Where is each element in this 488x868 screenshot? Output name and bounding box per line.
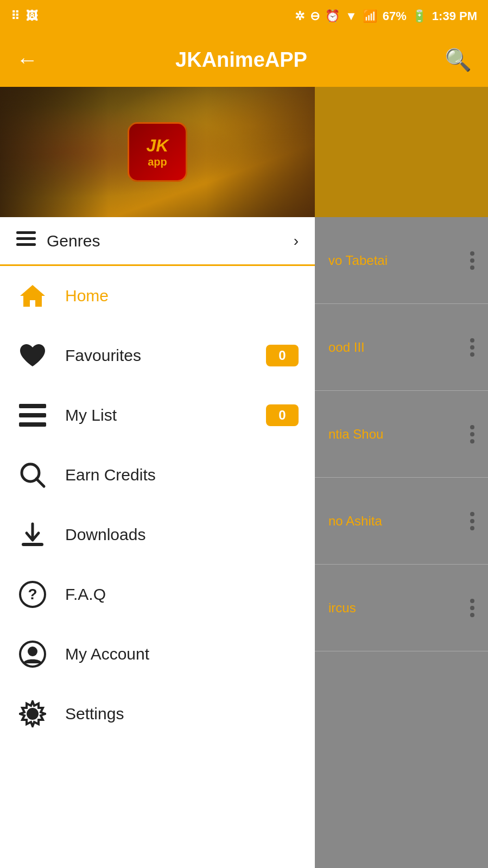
battery-percent: 67% [383, 9, 407, 23]
menu-items: Home Favourites 0 [0, 266, 315, 868]
more-options-button-5[interactable] [470, 599, 474, 617]
search-button[interactable]: 🔍 [445, 47, 472, 73]
svg-line-7 [36, 479, 44, 486]
favourites-label: Favourites [65, 346, 266, 365]
svg-rect-1 [16, 237, 36, 240]
minus-circle-icon: ⊖ [310, 9, 320, 23]
svg-text:?: ? [28, 586, 37, 603]
back-button[interactable]: ← [16, 48, 38, 72]
right-panel: vo Tabetai ood III ntia Shou [315, 87, 488, 868]
wifi-icon: ▼ [345, 9, 357, 23]
right-item-title-5: ircus [328, 600, 356, 616]
settings-gear-icon [16, 698, 49, 730]
svg-point-12 [28, 647, 37, 656]
question-icon: ? [16, 578, 49, 611]
time-display: 1:39 PM [432, 9, 477, 23]
figure-right [206, 87, 315, 217]
more-options-button-4[interactable] [470, 512, 474, 530]
sidebar-item-mylist[interactable]: My List 0 [0, 385, 315, 445]
search-icon [16, 459, 49, 491]
svg-rect-5 [19, 422, 46, 427]
favourites-badge: 0 [266, 345, 299, 366]
genres-label: Genres [47, 232, 294, 250]
main-layout: JK app Genres › [0, 87, 488, 868]
faq-label: F.A.Q [65, 585, 299, 604]
svg-rect-8 [22, 543, 43, 546]
battery-icon: 🔋 [412, 9, 427, 23]
right-list-item: ntia Shou [315, 391, 488, 478]
status-bar: ⠿ 🖼 ✲ ⊖ ⏰ ▼ 📶 67% 🔋 1:39 PM [0, 0, 488, 33]
alarm-icon: ⏰ [325, 9, 340, 23]
right-list-item: no Ashita [315, 478, 488, 565]
right-content-items: vo Tabetai ood III ntia Shou [315, 217, 488, 651]
right-item-title-1: vo Tabetai [328, 253, 388, 268]
status-bar-left: ⠿ 🖼 [11, 9, 38, 23]
sidebar-item-settings[interactable]: Settings [0, 684, 315, 744]
figure-left [0, 87, 109, 217]
genres-row[interactable]: Genres › [0, 217, 315, 266]
right-list-item: ood III [315, 304, 488, 391]
sidebar-item-earn-credits[interactable]: Earn Credits [0, 445, 315, 505]
svg-rect-4 [19, 413, 46, 417]
sidebar-item-faq[interactable]: ? F.A.Q [0, 565, 315, 624]
genres-icon [16, 231, 36, 250]
home-icon [16, 280, 49, 312]
downloads-label: Downloads [65, 525, 299, 544]
account-icon [16, 638, 49, 670]
bluetooth-icon: ✲ [295, 9, 305, 23]
genres-arrow: › [294, 232, 299, 250]
app-bar: ← JKAnimeAPP 🔍 [0, 33, 488, 87]
right-panel-top [315, 87, 488, 217]
app-title: JKAnimeAPP [175, 48, 307, 72]
svg-rect-3 [19, 404, 46, 408]
svg-rect-2 [16, 243, 36, 246]
image-icon: 🖼 [26, 9, 38, 23]
home-label: Home [65, 287, 299, 305]
download-icon [16, 518, 49, 551]
right-item-title-4: no Ashita [328, 514, 382, 529]
signal-icon: 📶 [363, 9, 377, 23]
sidebar-item-favourites[interactable]: Favourites 0 [0, 326, 315, 385]
heart-icon [16, 339, 49, 372]
mylist-label: My List [65, 406, 266, 425]
earn-credits-label: Earn Credits [65, 466, 299, 484]
right-item-title-2: ood III [328, 340, 365, 355]
right-list-item: ircus [315, 565, 488, 651]
drawer-header: JK app [0, 87, 315, 217]
navigation-drawer: JK app Genres › [0, 87, 315, 868]
more-options-button-2[interactable] [470, 338, 474, 357]
sidebar-item-downloads[interactable]: Downloads [0, 505, 315, 565]
sidebar-item-home[interactable]: Home [0, 266, 315, 326]
status-bar-right: ✲ ⊖ ⏰ ▼ 📶 67% 🔋 1:39 PM [295, 9, 477, 23]
my-account-label: My Account [65, 645, 299, 663]
right-item-title-3: ntia Shou [328, 427, 383, 442]
settings-label: Settings [65, 705, 299, 723]
sidebar-item-my-account[interactable]: My Account [0, 624, 315, 684]
mylist-badge: 0 [266, 404, 299, 426]
grid-icon: ⠿ [11, 9, 20, 23]
svg-rect-0 [16, 231, 36, 234]
right-list-item: vo Tabetai [315, 217, 488, 304]
more-options-button-3[interactable] [470, 425, 474, 443]
more-options-button-1[interactable] [470, 251, 474, 270]
app-logo: JK app [128, 122, 187, 182]
list-icon [16, 399, 49, 432]
